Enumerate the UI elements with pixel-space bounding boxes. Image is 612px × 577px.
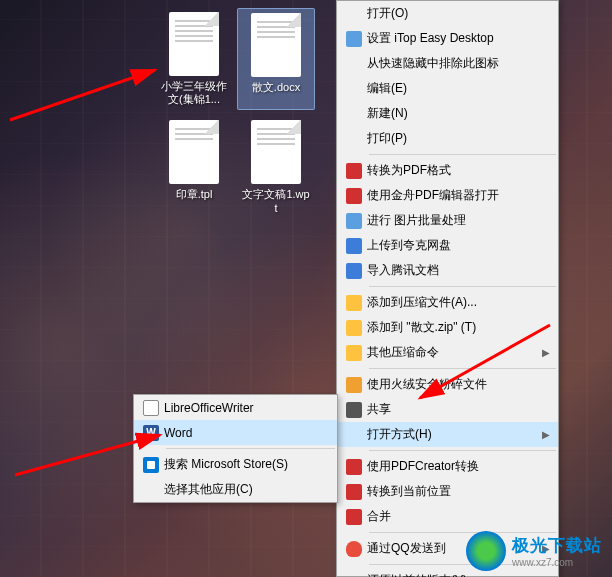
context-menu-item[interactable]: 新建(N) [337, 101, 558, 126]
menu-item-label: 添加到 "散文.zip" (T) [367, 319, 550, 336]
submenu-arrow-icon: ▶ [542, 347, 550, 358]
submenu-arrow-icon: ▶ [542, 429, 550, 440]
menu-item-label: 共享 [367, 401, 550, 418]
zip-icon [341, 293, 367, 313]
file-icon-tpl[interactable]: 印章.tpl [155, 116, 233, 218]
menu-item-label: 其他压缩命令 [367, 344, 542, 361]
menu-item-label: 搜索 Microsoft Store(S) [164, 456, 329, 473]
context-menu-item[interactable]: 设置 iTop Easy Desktop [337, 26, 558, 51]
menu-item-label: 转换为PDF格式 [367, 162, 550, 179]
menu-item-label: 还原以前的版本(V) [367, 572, 550, 577]
context-menu-item[interactable]: 转换到当前位置 [337, 479, 558, 504]
context-menu-item[interactable]: 使用金舟PDF编辑器打开 [337, 183, 558, 208]
menu-item-label: 从快速隐藏中排除此图标 [367, 55, 550, 72]
huorong-icon [341, 375, 367, 395]
watermark-logo-icon [466, 531, 506, 571]
menu-item-label: Word [164, 426, 329, 440]
menu-separator [369, 368, 556, 369]
zip-icon [341, 318, 367, 338]
context-menu-item[interactable]: 共享 [337, 397, 558, 422]
context-menu-item[interactable]: 编辑(E) [337, 76, 558, 101]
desktop-icons-area: 小学三年级作文(集锦1... 散文.docx 印章.tpl 文字文稿1.wpt [155, 8, 315, 219]
context-menu-item[interactable]: 添加到压缩文件(A)... [337, 290, 558, 315]
pdf-icon [341, 186, 367, 206]
zip-icon [341, 343, 367, 363]
context-menu-item[interactable]: 使用火绒安全粉碎文件 [337, 372, 558, 397]
file-thumbnail [251, 13, 301, 77]
img-icon [341, 211, 367, 231]
context-menu-item[interactable]: 使用PDFCreator转换 [337, 454, 558, 479]
file-icon-docx[interactable]: 小学三年级作文(集锦1... [155, 8, 233, 110]
open-with-menu-item[interactable]: 选择其他应用(C) [134, 477, 337, 502]
context-menu-item[interactable]: 合并 [337, 504, 558, 529]
pdf-icon [341, 161, 367, 181]
menu-separator [369, 450, 556, 451]
context-menu-item[interactable]: 打开方式(H)▶ [337, 422, 558, 447]
pdfcreator-icon [341, 482, 367, 502]
menu-item-label: 上传到夸克网盘 [367, 237, 550, 254]
file-thumbnail [251, 120, 301, 184]
menu-item-label: 打印(P) [367, 130, 550, 147]
menu-item-label: 打开(O) [367, 5, 550, 22]
menu-separator [166, 448, 335, 449]
menu-item-label: 设置 iTop Easy Desktop [367, 30, 550, 47]
menu-item-label: 添加到压缩文件(A)... [367, 294, 550, 311]
cloud-icon [341, 236, 367, 256]
context-menu-item[interactable]: 上传到夸克网盘 [337, 233, 558, 258]
menu-item-label: 进行 图片批量处理 [367, 212, 550, 229]
share-icon [341, 400, 367, 420]
context-menu-item[interactable]: 打开(O) [337, 1, 558, 26]
watermark-brand: 极光下载站 [512, 534, 602, 557]
file-label: 印章.tpl [176, 188, 213, 201]
menu-item-label: 打开方式(H) [367, 426, 542, 443]
context-menu-item[interactable]: 导入腾讯文档 [337, 258, 558, 283]
menu-item-label: 使用PDFCreator转换 [367, 458, 550, 475]
menu-separator [369, 154, 556, 155]
menu-item-label: 使用金舟PDF编辑器打开 [367, 187, 550, 204]
file-icon-wpt[interactable]: 文字文稿1.wpt [237, 116, 315, 218]
context-menu-item[interactable]: 添加到 "散文.zip" (T) [337, 315, 558, 340]
pdfcreator-icon [341, 457, 367, 477]
watermark: 极光下载站 www.xz7.com [466, 531, 602, 571]
context-menu-item[interactable]: 从快速隐藏中排除此图标 [337, 51, 558, 76]
qq-icon [341, 539, 367, 559]
context-menu-open-with: LibreOfficeWriterWord搜索 Microsoft Store(… [133, 394, 338, 503]
menu-item-label: 使用火绒安全粉碎文件 [367, 376, 550, 393]
context-menu-item[interactable]: 其他压缩命令▶ [337, 340, 558, 365]
file-label: 散文.docx [252, 81, 300, 94]
word-icon [138, 423, 164, 443]
menu-item-label: 转换到当前位置 [367, 483, 550, 500]
tencent-icon [341, 261, 367, 281]
lo-icon [138, 398, 164, 418]
menu-item-label: 导入腾讯文档 [367, 262, 550, 279]
context-menu-main: 打开(O)设置 iTop Easy Desktop从快速隐藏中排除此图标编辑(E… [336, 0, 559, 577]
watermark-url: www.xz7.com [512, 557, 602, 568]
file-label: 文字文稿1.wpt [241, 188, 311, 214]
open-with-menu-item[interactable]: LibreOfficeWriter [134, 395, 337, 420]
file-icon-docx-selected[interactable]: 散文.docx [237, 8, 315, 110]
file-thumbnail [169, 120, 219, 184]
context-menu-item[interactable]: 打印(P) [337, 126, 558, 151]
context-menu-item[interactable]: 转换为PDF格式 [337, 158, 558, 183]
menu-item-label: LibreOfficeWriter [164, 401, 329, 415]
menu-item-label: 编辑(E) [367, 80, 550, 97]
grid-icon [341, 29, 367, 49]
store-icon [138, 455, 164, 475]
file-label: 小学三年级作文(集锦1... [159, 80, 229, 106]
pdfcreator-icon [341, 507, 367, 527]
menu-item-label: 选择其他应用(C) [164, 481, 329, 498]
menu-separator [369, 286, 556, 287]
context-menu-item[interactable]: 进行 图片批量处理 [337, 208, 558, 233]
menu-item-label: 合并 [367, 508, 550, 525]
open-with-menu-item[interactable]: 搜索 Microsoft Store(S) [134, 452, 337, 477]
file-thumbnail [169, 12, 219, 76]
open-with-menu-item[interactable]: Word [134, 420, 337, 445]
menu-item-label: 新建(N) [367, 105, 550, 122]
